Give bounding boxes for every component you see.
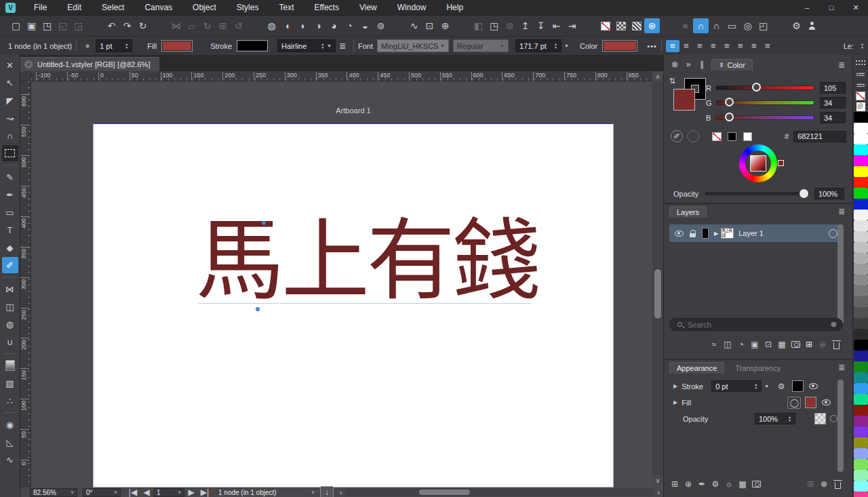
rotate-canvas-icon[interactable]: ↺: [231, 18, 246, 33]
menu-effects[interactable]: Effects: [304, 3, 349, 12]
trim-shapes-icon[interactable]: ◖: [279, 18, 295, 33]
zoom-level-select[interactable]: 82.56% ∨: [30, 488, 77, 497]
arc-tool[interactable]: ∿: [2, 452, 18, 468]
layer-color-chip[interactable]: [702, 228, 709, 239]
justify-left-icon[interactable]: ≡: [707, 40, 720, 52]
swatch-color[interactable]: [854, 437, 868, 448]
layer-lock-icon[interactable]: [686, 227, 699, 239]
swatch-color[interactable]: [854, 470, 868, 481]
swatch-color[interactable]: [854, 155, 868, 166]
slider-handle[interactable]: [752, 83, 761, 92]
justify-center-icon[interactable]: ≡: [720, 40, 734, 52]
swatch-color[interactable]: [854, 426, 868, 437]
knife-tool[interactable]: ✐: [2, 257, 18, 273]
layer-target-circle[interactable]: [829, 229, 837, 238]
panel-close-icon[interactable]: ⊗: [668, 58, 682, 71]
color-slider-r[interactable]: [715, 85, 814, 90]
intersect-shapes-icon[interactable]: ◑: [311, 18, 326, 33]
swatch-color[interactable]: [854, 405, 868, 416]
font-size-stepper[interactable]: ▲▼: [554, 43, 557, 49]
mask-layer-icon[interactable]: ▣: [748, 338, 762, 351]
pattern-mode-icon[interactable]: [613, 18, 629, 33]
delete-style-icon[interactable]: [831, 478, 844, 490]
crop-tool[interactable]: ◫: [2, 298, 18, 315]
swatch-color[interactable]: [854, 481, 868, 492]
snap-center-icon[interactable]: ◎: [740, 18, 755, 33]
vertical-scrollbar-thumb[interactable]: [654, 269, 661, 319]
snap-shape-icon[interactable]: ◰: [755, 18, 771, 33]
nudge-icon[interactable]: ⌖: [81, 40, 94, 52]
add-sublayer-icon[interactable]: ⊕: [816, 338, 829, 351]
distribute-bottom-icon[interactable]: ↧: [533, 18, 549, 33]
divide-shapes-icon[interactable]: ◔: [342, 18, 357, 33]
color-slider-g[interactable]: [715, 100, 814, 105]
send-document-icon[interactable]: ◲: [71, 18, 86, 33]
swatch-color[interactable]: [854, 416, 868, 426]
menu-help[interactable]: Help: [436, 3, 473, 12]
slider-value[interactable]: 34: [820, 97, 846, 108]
curve-select-tool[interactable]: ↝: [2, 110, 18, 126]
new-layer-icon[interactable]: ⊞: [802, 338, 816, 351]
swatch-color[interactable]: [854, 296, 868, 307]
expand-stroke-icon[interactable]: ▶: [673, 383, 677, 389]
swatch-color[interactable]: [854, 361, 868, 372]
snap-objects-icon[interactable]: ∩: [709, 18, 724, 33]
swatch-color[interactable]: [854, 188, 868, 199]
text-color-swatch[interactable]: [602, 40, 637, 52]
edit-contents-icon[interactable]: ◧: [471, 18, 486, 33]
freehand-pen-tool[interactable]: ✎: [2, 169, 18, 185]
transform-box-icon[interactable]: ⊞: [215, 18, 231, 33]
opacity-target-circle[interactable]: [830, 415, 837, 422]
font-size-field[interactable]: 171.7 pt ▲▼: [515, 39, 561, 52]
symmetry-tool[interactable]: ⋈: [2, 281, 18, 297]
menu-select[interactable]: Select: [92, 3, 134, 12]
first-page-icon[interactable]: |◀: [126, 486, 140, 497]
panel-pin-icon[interactable]: ∥: [695, 58, 709, 71]
swatch-color[interactable]: [854, 492, 868, 497]
canvas-viewport[interactable]: Artboard 1 馬上有錢: [31, 81, 652, 488]
swatch-color[interactable]: [854, 448, 868, 459]
justify-right-icon[interactable]: ≡: [734, 40, 747, 52]
swatch-color[interactable]: [854, 383, 868, 394]
menu-text[interactable]: Text: [269, 3, 304, 12]
layer-row[interactable]: ▶ 馬上有錢 Layer 1: [669, 224, 843, 242]
style-snapshot-icon[interactable]: [749, 478, 763, 490]
last-page-icon[interactable]: ▶|: [198, 486, 212, 497]
scroll-up-icon[interactable]: ∧: [652, 71, 663, 81]
quick-none-swatch[interactable]: [709, 129, 724, 144]
eyedropper-tool[interactable]: ◉: [2, 416, 18, 433]
tab-color[interactable]: ⇕ Color: [711, 59, 753, 71]
shape-select-tool[interactable]: ▧: [2, 375, 18, 391]
tab-close-icon[interactable]: ✕: [24, 60, 33, 68]
direct-select-tool[interactable]: ◤: [2, 92, 18, 108]
snap-bounds-icon[interactable]: ▭: [724, 18, 740, 33]
duplicate-layer-icon[interactable]: ◫: [721, 338, 734, 351]
gradient-tool[interactable]: [2, 357, 18, 374]
menu-window[interactable]: Window: [387, 3, 437, 12]
stroke-settings-gear-icon[interactable]: ⚙: [774, 380, 788, 393]
swatch-color[interactable]: [854, 144, 868, 155]
swatch-color[interactable]: [854, 264, 868, 275]
snap-magnet-icon[interactable]: ∩: [693, 18, 709, 33]
swatch-color[interactable]: [854, 166, 868, 177]
fill-type-icon[interactable]: ◯: [787, 397, 801, 409]
open-document-icon[interactable]: ▣: [24, 18, 39, 33]
document-tab[interactable]: ✕ Untitled-1.vstyler [RGB] [@82.6%]: [20, 57, 159, 71]
horizontal-scrollbar[interactable]: [346, 488, 654, 496]
slider-handle[interactable]: [725, 113, 734, 121]
canvas-text-object[interactable]: 馬上有錢: [196, 214, 576, 307]
center-objects-icon[interactable]: ⊚: [502, 18, 517, 33]
justify-full-icon[interactable]: ≡: [761, 40, 774, 52]
scroll-down-icon[interactable]: ∨: [652, 475, 663, 486]
fill-visibility-icon[interactable]: [819, 397, 833, 409]
new-document-icon[interactable]: ▢: [8, 18, 24, 33]
layer-search-box[interactable]: ⊗: [669, 318, 843, 331]
distribute-top-icon[interactable]: ↥: [517, 18, 533, 33]
quick-black-swatch[interactable]: [724, 129, 740, 144]
layer-thumbnail[interactable]: 馬上有錢: [721, 228, 734, 239]
hatch-mode-icon[interactable]: [629, 18, 644, 33]
appearance-scrollbar-thumb[interactable]: [837, 380, 844, 472]
share-document-icon[interactable]: ◱: [55, 18, 71, 33]
tab-transparency[interactable]: Transparency: [735, 364, 781, 372]
font-size-preset-icon[interactable]: ▼: [564, 43, 569, 48]
